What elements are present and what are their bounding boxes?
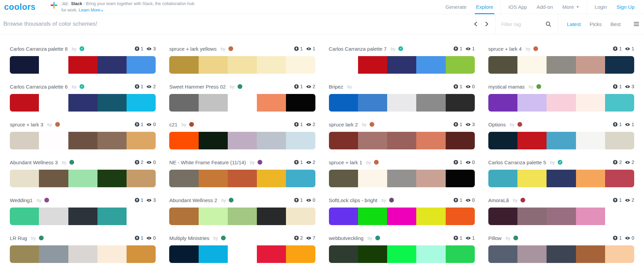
color-swatch[interactable] — [169, 132, 198, 149]
palette-title[interactable]: spruce + lark yellows — [169, 46, 217, 52]
color-swatch[interactable] — [10, 208, 39, 225]
palette-title[interactable]: Pillow — [488, 235, 502, 241]
color-swatch[interactable] — [358, 132, 387, 149]
color-palette-strip[interactable] — [488, 132, 634, 149]
color-swatch[interactable] — [446, 56, 475, 74]
palette-title[interactable]: Carlos Carranza palette 5 — [488, 160, 546, 165]
color-palette-strip[interactable] — [10, 56, 156, 74]
color-palette-strip[interactable] — [169, 170, 315, 187]
color-swatch[interactable] — [286, 56, 315, 74]
palette-title[interactable]: webbutveckling — [329, 235, 364, 241]
color-palette-strip[interactable] — [329, 94, 475, 112]
color-swatch[interactable] — [10, 132, 39, 149]
color-swatch[interactable] — [488, 94, 517, 112]
color-swatch[interactable] — [358, 94, 387, 112]
color-swatch[interactable] — [127, 208, 156, 225]
color-swatch[interactable] — [127, 132, 156, 149]
palette-title[interactable]: spruce + lark 3 — [10, 122, 43, 127]
color-swatch[interactable] — [257, 94, 286, 112]
color-swatch[interactable] — [517, 132, 547, 149]
color-swatch[interactable] — [199, 56, 228, 74]
color-swatch[interactable] — [547, 208, 576, 225]
color-swatch[interactable] — [97, 208, 127, 225]
palette-title[interactable]: spruce + lark 1 — [329, 160, 362, 165]
author-avatar[interactable] — [517, 122, 522, 127]
color-swatch[interactable] — [387, 56, 416, 74]
palette-title[interactable]: Abundant Wellness 3 — [10, 160, 58, 165]
color-swatch[interactable] — [257, 170, 286, 187]
color-swatch[interactable] — [605, 56, 634, 74]
color-swatch[interactable] — [605, 170, 634, 187]
color-swatch[interactable] — [605, 208, 634, 225]
color-swatch[interactable] — [488, 132, 517, 149]
color-swatch[interactable] — [387, 94, 416, 112]
nav-add-on[interactable]: Add-on — [532, 0, 557, 14]
author-avatar[interactable] — [189, 122, 194, 127]
color-swatch[interactable] — [286, 245, 315, 263]
color-palette-strip[interactable] — [10, 208, 156, 225]
palette-title[interactable]: Abundant Wellness 2 — [169, 197, 217, 203]
color-swatch[interactable] — [488, 208, 517, 225]
color-swatch[interactable] — [358, 170, 387, 187]
color-palette-strip[interactable] — [329, 132, 475, 149]
color-swatch[interactable] — [39, 56, 68, 74]
palette-title[interactable]: spruce + lark 4 — [488, 46, 522, 52]
palette-title[interactable]: Carlos Carranza palette 7 — [329, 46, 387, 52]
color-swatch[interactable] — [286, 94, 315, 112]
color-swatch[interactable] — [228, 132, 257, 149]
nav-more[interactable]: More ▼ — [558, 0, 584, 14]
nav-generate[interactable]: Generate — [441, 0, 471, 14]
color-swatch[interactable] — [329, 245, 358, 263]
color-swatch[interactable] — [517, 245, 547, 263]
tab-best[interactable]: Best — [610, 21, 621, 27]
color-palette-strip[interactable] — [10, 170, 156, 187]
verified-author-avatar[interactable]: ✓ — [398, 46, 403, 51]
color-palette-strip[interactable] — [488, 56, 634, 74]
color-swatch[interactable] — [199, 208, 228, 225]
color-swatch[interactable] — [329, 56, 358, 74]
nav-sign-up[interactable]: Sign Up — [612, 0, 639, 14]
author-avatar[interactable] — [69, 160, 74, 165]
color-swatch[interactable] — [68, 132, 97, 149]
color-swatch[interactable] — [547, 94, 576, 112]
color-palette-strip[interactable] — [488, 170, 634, 187]
color-swatch[interactable] — [547, 245, 576, 263]
color-swatch[interactable] — [446, 170, 475, 187]
color-swatch[interactable] — [446, 245, 475, 263]
palette-title[interactable]: spruce lark 2 — [329, 122, 358, 127]
color-swatch[interactable] — [169, 208, 198, 225]
color-swatch[interactable] — [358, 208, 387, 225]
color-palette-strip[interactable] — [10, 245, 156, 263]
color-swatch[interactable] — [329, 132, 358, 149]
author-avatar[interactable] — [370, 122, 374, 127]
nav-explore[interactable]: Explore — [471, 0, 498, 14]
color-swatch[interactable] — [286, 132, 315, 149]
color-palette-strip[interactable] — [169, 245, 315, 263]
color-swatch[interactable] — [169, 170, 198, 187]
color-palette-strip[interactable] — [169, 56, 315, 74]
color-swatch[interactable] — [576, 208, 605, 225]
color-swatch[interactable] — [286, 170, 315, 187]
search-button[interactable] — [542, 14, 554, 34]
color-swatch[interactable] — [68, 170, 97, 187]
color-palette-strip[interactable] — [10, 132, 156, 149]
color-palette-strip[interactable] — [488, 208, 634, 225]
color-swatch[interactable] — [127, 170, 156, 187]
color-swatch[interactable] — [228, 170, 257, 187]
color-swatch[interactable] — [576, 56, 605, 74]
color-swatch[interactable] — [257, 56, 286, 74]
color-swatch[interactable] — [446, 94, 475, 112]
verified-author-avatar[interactable]: ✓ — [80, 84, 84, 89]
author-avatar[interactable] — [375, 236, 380, 240]
color-swatch[interactable] — [68, 208, 97, 225]
color-swatch[interactable] — [517, 208, 547, 225]
color-swatch[interactable] — [605, 132, 634, 149]
color-swatch[interactable] — [228, 245, 257, 263]
author-avatar[interactable] — [39, 236, 44, 240]
palette-title[interactable]: Bripez — [329, 84, 343, 90]
color-swatch[interactable] — [257, 208, 286, 225]
palette-title[interactable]: LR Rug — [10, 235, 27, 241]
palette-title[interactable]: Sweet Hammer Press 02 — [169, 84, 226, 90]
color-swatch[interactable] — [68, 245, 97, 263]
color-swatch[interactable] — [199, 132, 228, 149]
